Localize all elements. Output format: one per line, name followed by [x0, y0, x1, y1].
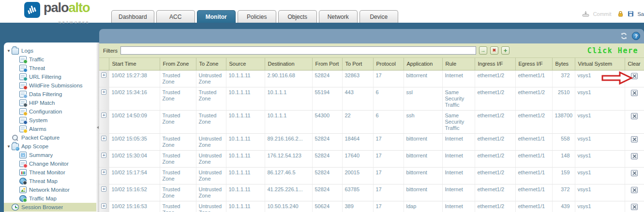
tab-network[interactable]: Network	[319, 10, 358, 23]
expand-plus-icon[interactable]: +	[101, 153, 106, 158]
cell-source: 10.1.1.11	[226, 87, 265, 110]
cell-to-port: 17640	[342, 150, 373, 167]
sidebar-item-label: WildFire Submissions	[29, 83, 83, 88]
col-header-destination[interactable]: Destination	[265, 58, 312, 70]
cell-clear	[625, 167, 644, 184]
sidebar-item-threat[interactable]: Threat	[4, 64, 96, 72]
sidebar-item-system[interactable]: System	[4, 116, 96, 125]
session-row: + 10/02 15:27:38 Trusted Zone Untrusted …	[99, 70, 644, 87]
cell-clear	[625, 133, 644, 150]
cell-start-time: 10/02 14:50:09	[109, 110, 160, 133]
monitor-content: ? Filters → ✖ + Click Here Start TimeFro…	[99, 29, 644, 212]
col-header-start-time[interactable]: Start Time	[109, 58, 160, 70]
refresh-icon[interactable]	[620, 32, 628, 40]
col-header-source[interactable]: Source	[226, 58, 265, 70]
sidebar-item-app-scope[interactable]: ▼ App Scope	[4, 142, 96, 151]
tab-monitor[interactable]: Monitor	[197, 10, 236, 23]
commit-upload-icon[interactable]	[582, 11, 589, 17]
paloalto-logo: paloalto NETWORKS	[24, 2, 90, 28]
cell-rule: Internet	[442, 150, 475, 167]
cell-to-port: 63785	[342, 184, 373, 201]
col-header-to-zone[interactable]: To Zone	[196, 58, 226, 70]
sidebar-item-logs[interactable]: ▼ Logs	[4, 46, 96, 55]
sidebar-item-configuration[interactable]: Configuration	[4, 107, 96, 116]
filter-bar: Filters → ✖ + Click Here	[99, 43, 644, 58]
tab-objects[interactable]: Objects	[278, 10, 317, 23]
sidebar-item-hip-match[interactable]: HIP Match	[4, 99, 96, 107]
tab-acc[interactable]: ACC	[156, 10, 195, 23]
sidebar-item-change-monitor[interactable]: Change Monitor	[4, 159, 96, 168]
col-header-virtual-system[interactable]: Virtual System	[575, 58, 625, 70]
help-icon[interactable]: ?	[632, 32, 640, 40]
expand-plus-icon[interactable]: +	[101, 203, 106, 209]
clear-session-button[interactable]	[631, 187, 638, 193]
cell-to-port: 20015	[342, 167, 373, 184]
cell-source: 10.1.1.11	[226, 110, 265, 133]
col-header-rule[interactable]: Rule	[442, 58, 475, 70]
clear-filter-button[interactable]: ✖	[490, 46, 498, 55]
sidebar-item-label: Summary	[29, 152, 53, 158]
clear-session-button[interactable]	[631, 113, 638, 119]
sidebar-collapse-handle[interactable]	[96, 42, 99, 212]
col-header-from-port[interactable]: From Port	[312, 58, 342, 70]
commit-button[interactable]: Commit	[593, 11, 612, 17]
sidebar-item-network-monitor[interactable]: Network Monitor	[4, 185, 96, 194]
col-header-protocol[interactable]: Protocol	[373, 58, 404, 70]
clear-session-button[interactable]	[631, 153, 638, 159]
sidebar-item-label: Threat	[29, 65, 45, 71]
wildfire-log-icon	[19, 82, 27, 89]
cell-egress-if: ethernet1/2	[515, 110, 552, 133]
col-header-application[interactable]: Application	[404, 58, 442, 70]
tab-device[interactable]: Device	[359, 10, 398, 23]
sidebar-item-data-filtering[interactable]: Data Filtering	[4, 90, 96, 99]
col-header-egress-i-f[interactable]: Egress I/F	[515, 58, 552, 70]
col-header-clear[interactable]: Clear	[625, 58, 644, 70]
cell-clear	[625, 110, 644, 133]
cell-from-zone: Trusted Zone	[160, 150, 196, 167]
clear-session-button[interactable]	[631, 136, 638, 142]
cell-source: 10.1.1.11	[226, 184, 265, 201]
col-header-from-zone[interactable]: From Zone	[160, 58, 196, 70]
cell-protocol: 17	[373, 184, 404, 201]
save-icon[interactable]	[628, 11, 634, 17]
sidebar-item-session-browser[interactable]: Session Browser	[4, 203, 96, 212]
col-header-ingress-i-f[interactable]: Ingress I/F	[475, 58, 515, 70]
cell-from-port: 52824	[312, 167, 342, 184]
col-header-to-port[interactable]: To Port	[342, 58, 373, 70]
cell-egress-if: ethernet1/1	[515, 70, 552, 87]
filter-input[interactable]	[120, 46, 476, 55]
add-filter-button[interactable]: +	[501, 46, 509, 55]
expand-plus-icon[interactable]: +	[101, 72, 106, 78]
clear-session-button[interactable]	[631, 170, 638, 176]
sidebar-item-label: HIP Match	[29, 100, 55, 106]
expand-plus-icon[interactable]: +	[101, 113, 106, 118]
apply-filter-button[interactable]: →	[479, 46, 487, 55]
sidebar-item-threat-monitor[interactable]: Threat Monitor	[4, 168, 96, 177]
sidebar-item-alarms[interactable]: Alarms	[4, 125, 96, 133]
save-button-label[interactable]: Sa	[638, 11, 644, 17]
cell-destination: 2.90.116.68	[265, 70, 312, 87]
clear-session-button[interactable]	[631, 204, 638, 210]
app-scope-folder-icon	[12, 143, 19, 150]
sidebar-item-threat-map[interactable]: Threat Map	[4, 177, 96, 185]
tab-policies[interactable]: Policies	[238, 10, 276, 23]
tab-dashboard[interactable]: Dashboard	[111, 10, 154, 23]
expand-plus-icon[interactable]: +	[101, 136, 106, 141]
sidebar-item-traffic[interactable]: Traffic	[4, 55, 96, 64]
sidebar-item-summary[interactable]: Summary	[4, 151, 96, 159]
col-header-bytes[interactable]: Bytes	[552, 58, 575, 70]
clear-session-button[interactable]	[631, 90, 638, 96]
expand-plus-icon[interactable]: +	[101, 89, 106, 95]
expand-plus-icon[interactable]: +	[101, 186, 106, 192]
cell-application: bittorrent	[404, 184, 442, 201]
cell-to-port: 32863	[342, 70, 373, 87]
sidebar-item-wildfire-submissions[interactable]: WildFire Submissions	[4, 81, 96, 90]
lock-icon[interactable]	[617, 11, 624, 17]
cell-source: 10.1.1.11	[226, 167, 265, 184]
sidebar-item-url-filtering[interactable]: URL Filtering	[4, 72, 96, 81]
network-monitor-icon	[19, 186, 27, 193]
sidebar-item-traffic-map[interactable]: Traffic Map	[4, 194, 96, 203]
sidebar-item-packet-capture[interactable]: Packet Capture	[4, 133, 96, 142]
expand-plus-icon[interactable]: +	[101, 170, 106, 175]
sidebar-item-label: Traffic	[29, 57, 44, 62]
